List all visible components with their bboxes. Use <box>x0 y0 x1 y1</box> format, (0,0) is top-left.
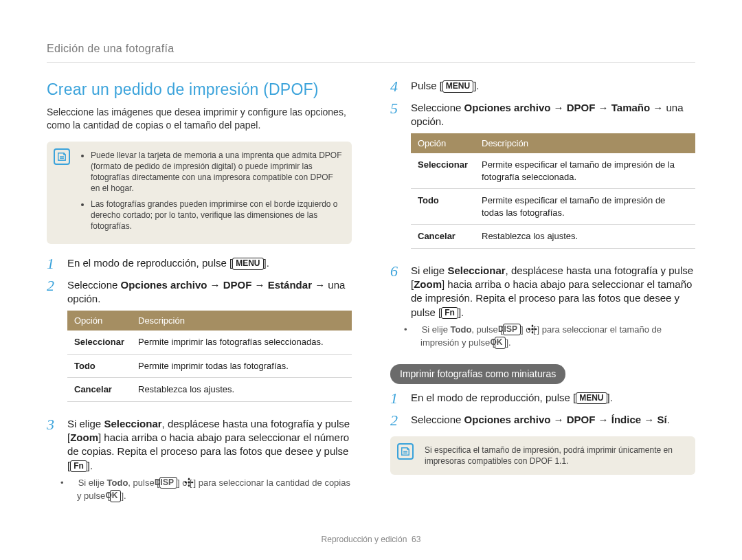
step-2: 2 Seleccione Opciones archivo → DPOF → E… <box>47 278 352 410</box>
step-number: 2 <box>47 278 59 410</box>
ok-button-label: OK <box>110 490 121 502</box>
menu-button-label: MENU <box>576 392 607 405</box>
mini-step-1: 1 En el modo de reproducción, pulse [MEN… <box>390 391 695 406</box>
svg-point-6 <box>531 324 533 327</box>
svg-point-4 <box>191 482 194 484</box>
svg-point-5 <box>531 328 534 331</box>
step-number: 4 <box>390 79 403 94</box>
disp-button-label: DISP <box>503 324 521 336</box>
ok-button-label: OK <box>495 337 506 349</box>
step-number: 3 <box>47 417 59 502</box>
step-6-sub: • Si elije Todo, pulse [DISP] o [] para … <box>411 324 695 349</box>
disp-button-label: DISP <box>159 477 177 489</box>
step-number: 1 <box>390 391 403 406</box>
step-1: 1 En el modo de reproducción, pulse [MEN… <box>47 256 352 271</box>
step-5: 5 Seleccione Opciones archivo → DPOF → T… <box>390 101 695 257</box>
note-item: Puede llevar la tarjeta de memoria a una… <box>91 150 342 194</box>
svg-point-8 <box>528 328 530 330</box>
note-icon <box>397 443 414 460</box>
step-3-sub: • Si elije Todo, pulse [DISP] o [] para … <box>67 477 352 502</box>
step-number: 5 <box>390 101 403 257</box>
mini-step-2: 2 Seleccione Opciones archivo → DPOF → Í… <box>390 413 695 428</box>
step-4: 4 Pulse [MENU]. <box>390 79 695 94</box>
note-box: Puede llevar la tarjeta de memoria a una… <box>47 142 352 244</box>
page-title: Crear un pedido de impresión (DPOF) <box>47 79 352 100</box>
step-6: 6 Si elige Seleccionar, desplácese hasta… <box>390 264 695 349</box>
svg-point-1 <box>188 478 190 480</box>
note-text: Si especifica el tamaño de impresión, po… <box>425 445 686 467</box>
note-box: Si especifica el tamaño de impresión, po… <box>390 436 695 475</box>
step-number: 2 <box>390 413 403 428</box>
menu-button-label: MENU <box>232 258 263 270</box>
fn-button-label: Fn <box>441 307 458 320</box>
step-number: 1 <box>47 256 59 271</box>
menu-button-label: MENU <box>442 80 473 93</box>
thumbnails-heading: Imprimir fotografías como miniaturas <box>390 364 565 384</box>
right-column: 4 Pulse [MENU]. 5 Seleccione Opciones ar… <box>390 79 695 509</box>
options-table: OpciónDescripción SeleccionarPermite imp… <box>67 311 352 402</box>
options-table: OpciónDescripción SeleccionarPermite esp… <box>411 133 695 249</box>
page-header: Edición de una fotografía <box>47 41 695 63</box>
note-item: Las fotografías grandes pueden imprimirs… <box>91 199 342 232</box>
svg-point-7 <box>531 331 533 334</box>
svg-point-0 <box>188 481 190 484</box>
header-title: Edición de una fotografía <box>47 43 174 54</box>
svg-point-3 <box>184 482 187 484</box>
left-column: Crear un pedido de impresión (DPOF) Sele… <box>47 79 352 509</box>
note-icon <box>54 148 70 165</box>
fn-button-label: Fn <box>70 460 87 473</box>
svg-point-2 <box>188 484 190 487</box>
step-3: 3 Si elige Seleccionar, desplácese hasta… <box>47 417 352 502</box>
intro-text: Seleccione las imágenes que desea imprim… <box>47 106 352 132</box>
svg-point-9 <box>535 328 537 330</box>
step-number: 6 <box>390 264 403 349</box>
page-footer: Reproducción y edición 63 <box>0 534 742 545</box>
